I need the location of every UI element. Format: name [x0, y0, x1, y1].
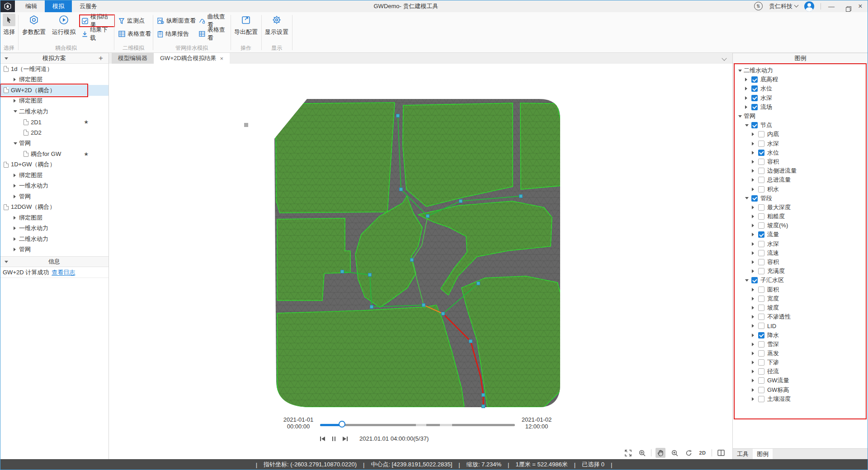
close-button[interactable]: ×	[856, 2, 864, 10]
expand-arrow-icon[interactable]	[745, 78, 750, 81]
scheme-tree-item[interactable]: 2D2 ★	[0, 127, 108, 138]
expand-arrow-icon[interactable]	[752, 178, 757, 182]
layer-checkbox[interactable]	[758, 268, 764, 274]
layer-checkbox[interactable]	[751, 277, 758, 283]
sync-icon[interactable]: ⇅	[754, 2, 763, 10]
scheme-tree-item[interactable]: 绑定图层 ★	[0, 170, 108, 181]
export-config-button[interactable]: 导出配置	[232, 14, 260, 40]
expand-arrow-icon[interactable]	[752, 160, 757, 164]
legend-tree-item[interactable]: 流量	[735, 230, 866, 239]
expand-arrow-icon[interactable]	[738, 115, 744, 118]
scheme-tree-item[interactable]: 2D1 ★	[0, 117, 108, 128]
legend-tree-item[interactable]: 总进流量	[735, 175, 866, 184]
scheme-tree-item[interactable]: 绑定图层 ★	[0, 75, 108, 85]
legend-tree-item[interactable]: 容积	[735, 258, 866, 267]
legend-tree-item[interactable]: 管段	[735, 194, 866, 203]
legend-tree-item[interactable]: 流速	[735, 249, 866, 258]
expand-arrow-icon[interactable]	[752, 306, 757, 310]
expand-arrow-icon[interactable]	[752, 206, 757, 209]
legend-tree-item[interactable]: 子汇水区	[735, 276, 866, 285]
layer-checkbox[interactable]	[758, 350, 764, 357]
display-settings-button[interactable]: 显示设置	[263, 14, 291, 40]
collapse-arrow-icon[interactable]	[5, 261, 8, 263]
legend-tree-item[interactable]: 水深	[735, 94, 866, 103]
scheme-tree-item[interactable]: 管网 ★	[0, 138, 108, 149]
expand-arrow-icon[interactable]	[752, 297, 757, 301]
layer-checkbox[interactable]	[751, 122, 758, 128]
expand-arrow-icon[interactable]	[752, 324, 757, 328]
legend-tree-item[interactable]: 管网	[735, 112, 866, 121]
tab-tools[interactable]: 工具	[733, 449, 753, 459]
zoom-in-button[interactable]	[670, 448, 679, 458]
expand-arrow-icon[interactable]	[745, 279, 750, 282]
user-avatar[interactable]	[804, 1, 814, 11]
layer-checkbox[interactable]	[751, 195, 758, 202]
legend-tree-item[interactable]: 最大深度	[735, 203, 866, 212]
layer-checkbox[interactable]	[758, 287, 764, 293]
expand-arrow-icon[interactable]	[14, 195, 19, 198]
legend-tree-item[interactable]: 边侧进流量	[735, 166, 866, 175]
expand-arrow-icon[interactable]	[752, 388, 757, 392]
legend-tree-item[interactable]: 流场	[735, 103, 866, 112]
result-report-button[interactable]: 结果报告	[156, 28, 191, 39]
menu-edit[interactable]: 编辑	[18, 0, 45, 12]
expand-arrow-icon[interactable]	[745, 124, 750, 127]
layer-checkbox[interactable]	[751, 95, 758, 101]
scheme-tree-item[interactable]: 绑定图层 ★	[0, 212, 108, 223]
expand-arrow-icon[interactable]	[14, 174, 19, 177]
expand-arrow-icon[interactable]	[752, 188, 757, 191]
layer-checkbox[interactable]	[758, 222, 764, 229]
expand-arrow-icon[interactable]	[752, 315, 757, 319]
map-viewport[interactable]: 2021-01-0100:00:00 2021-01-0212:00:00 20…	[109, 64, 732, 459]
tab-sim-result[interactable]: GW+2D耦合模拟结果 ×	[154, 53, 230, 64]
legend-tree-item[interactable]: 下渗	[735, 358, 866, 367]
scheme-tree-item[interactable]: 一维水动力 ★	[0, 223, 108, 234]
step-forward-button[interactable]	[343, 437, 348, 441]
param-config-button[interactable]: 参数配置	[20, 14, 48, 40]
pan-tool-button[interactable]	[656, 448, 665, 458]
expand-arrow-icon[interactable]	[14, 184, 19, 188]
layer-checkbox[interactable]	[758, 368, 764, 375]
layer-checkbox[interactable]	[758, 332, 764, 338]
table-view-pipe-button[interactable]: 表格查看	[197, 28, 231, 39]
expand-arrow-icon[interactable]	[752, 269, 757, 273]
expand-arrow-icon[interactable]	[745, 105, 750, 109]
layer-checkbox[interactable]	[758, 259, 764, 265]
expand-arrow-icon[interactable]	[752, 242, 757, 246]
expand-arrow-icon[interactable]	[752, 334, 757, 337]
scheme-tree-item[interactable]: 一维水动力 ★	[0, 181, 108, 192]
menu-simulation[interactable]: 模拟	[45, 0, 72, 12]
layer-checkbox[interactable]	[751, 104, 758, 110]
legend-tree-item[interactable]: 底高程	[735, 75, 866, 84]
expand-arrow-icon[interactable]	[752, 151, 757, 155]
expand-arrow-icon[interactable]	[752, 215, 757, 218]
legend-tree-item[interactable]: GW流量	[735, 376, 866, 385]
scheme-tree-item[interactable]: 12DGW（耦合） ★	[0, 202, 108, 213]
legend-tree-item[interactable]: LID	[735, 321, 866, 330]
layer-checkbox[interactable]	[758, 396, 764, 402]
expand-arrow-icon[interactable]	[752, 224, 757, 227]
layer-checkbox[interactable]	[758, 231, 764, 238]
org-switcher[interactable]: 贵仁科技	[769, 2, 798, 10]
expand-arrow-icon[interactable]	[745, 197, 750, 199]
expand-arrow-icon[interactable]	[752, 343, 757, 346]
scheme-tree-item[interactable]: 绑定图层 ★	[0, 96, 108, 107]
run-simulation-button[interactable]: 运行模拟	[50, 14, 78, 40]
expand-arrow-icon[interactable]	[14, 216, 19, 220]
legend-tree-item[interactable]: 充满度	[735, 267, 866, 276]
expand-arrow-icon[interactable]	[738, 70, 744, 72]
legend-tree-item[interactable]: 容积	[735, 157, 866, 166]
expand-arrow-icon[interactable]	[14, 226, 19, 230]
layer-checkbox[interactable]	[758, 168, 764, 174]
legend-tree-item[interactable]: 雪深	[735, 340, 866, 349]
mode-2d-button[interactable]: 2D	[698, 448, 708, 458]
pause-button[interactable]	[332, 437, 335, 441]
expand-arrow-icon[interactable]	[14, 99, 19, 103]
legend-tree-item[interactable]: 二维水动力	[735, 66, 866, 75]
legend-tree-item[interactable]: 积水	[735, 184, 866, 193]
result-download-button[interactable]: 结果下载	[80, 28, 114, 39]
legend-tree-item[interactable]: 粗糙度	[735, 212, 866, 221]
legend-tree-item[interactable]: 蒸发	[735, 349, 866, 358]
expand-arrow-icon[interactable]	[752, 352, 757, 355]
layer-checkbox[interactable]	[758, 359, 764, 366]
